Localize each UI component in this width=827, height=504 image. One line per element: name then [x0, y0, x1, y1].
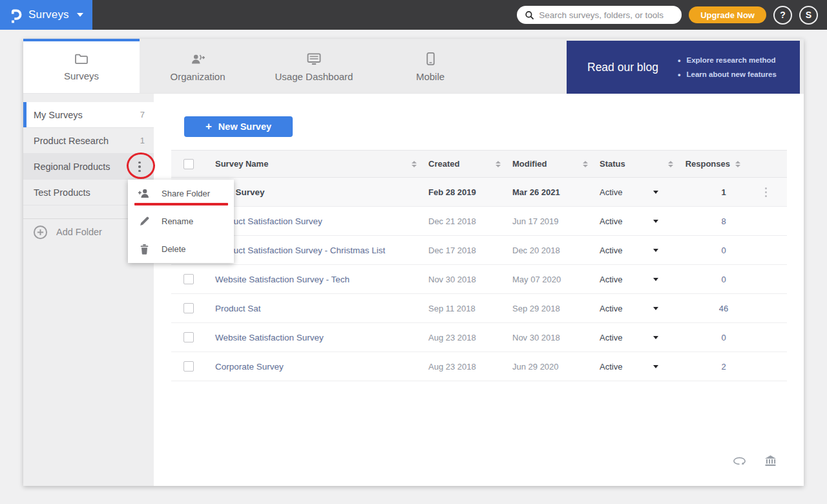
sort-icon[interactable]: [412, 161, 417, 167]
search-icon: [525, 10, 534, 20]
sort-icon[interactable]: [583, 161, 588, 167]
status-dropdown-icon[interactable]: [653, 278, 658, 281]
sidebar-item-product-research[interactable]: Product Research 1: [23, 128, 154, 154]
folder-icon: [74, 53, 89, 65]
modified-date: Jun 29 2020: [507, 362, 594, 372]
responses-count[interactable]: 1: [680, 187, 744, 197]
folder-label: Product Research: [34, 136, 109, 146]
created-date: Nov 30 2018: [423, 275, 507, 284]
folder-context-menu: Share Folder Rename Delete: [128, 180, 234, 263]
survey-name-link[interactable]: Website Satisfaction Survey: [215, 333, 324, 342]
help-button[interactable]: ?: [773, 6, 792, 25]
status-dropdown-icon[interactable]: [653, 191, 658, 194]
brand-label: Surveys: [28, 8, 69, 21]
tab-organization[interactable]: Organization: [140, 39, 256, 93]
status-dropdown-icon[interactable]: [653, 365, 658, 368]
row-menu-kebab-icon[interactable]: [765, 186, 767, 198]
header-responses[interactable]: Responses: [680, 159, 744, 169]
add-user-icon: [190, 53, 206, 65]
select-all-checkbox[interactable]: [183, 159, 194, 169]
status-dropdown-icon[interactable]: [653, 249, 658, 252]
modified-date: Sep 29 2018: [507, 304, 594, 313]
responses-count[interactable]: 8: [680, 216, 744, 226]
created-date: Sep 11 2018: [423, 304, 507, 313]
status-dropdown-icon[interactable]: [653, 307, 658, 310]
table-row: Website Satisfaction Survey - Tech Nov 3…: [171, 265, 787, 294]
red-underline-annotation: [134, 203, 228, 205]
responses-count[interactable]: 2: [680, 362, 744, 372]
sort-icon[interactable]: [668, 161, 673, 167]
status-value: Active: [600, 333, 622, 342]
table-body: New Survey Feb 28 2019 Mar 26 2021 Activ…: [171, 178, 787, 381]
row-checkbox[interactable]: [183, 274, 194, 284]
sort-icon[interactable]: [735, 161, 740, 167]
sidebar-item-my-surveys[interactable]: My Surveys 7: [23, 102, 154, 128]
folder-menu-kebab-icon[interactable]: [132, 159, 147, 174]
modified-date: Mar 26 2021: [507, 187, 594, 197]
tab-usage-dashboard[interactable]: Usage Dashboard: [256, 39, 372, 93]
header-survey-name[interactable]: Survey Name: [202, 159, 423, 169]
status-dropdown-icon[interactable]: [653, 220, 658, 223]
responses-count[interactable]: 0: [680, 333, 744, 342]
plus-icon: +: [205, 120, 212, 133]
created-date: Feb 28 2019: [423, 187, 507, 197]
mobile-icon: [426, 52, 435, 65]
survey-name-link[interactable]: Corporate Survey: [215, 362, 284, 372]
modified-date: May 07 2020: [507, 275, 594, 284]
menu-item-label: Rename: [162, 216, 193, 226]
search-input[interactable]: [539, 10, 674, 20]
modified-date: Nov 30 2018: [507, 333, 594, 342]
folder-label: My Surveys: [34, 110, 83, 120]
menu-item-label: Delete: [162, 244, 186, 254]
surveys-table: Survey Name Created Modified Status: [171, 150, 787, 381]
upgrade-now-button[interactable]: Upgrade Now: [689, 6, 766, 23]
folder-count: 1: [140, 136, 145, 145]
survey-list-panel: + New Survey Survey Name Created Modifie: [154, 94, 804, 486]
pencil-icon: [138, 216, 151, 227]
table-header-row: Survey Name Created Modified Status: [171, 150, 787, 178]
folder-count: 7: [140, 110, 145, 120]
created-date: Aug 23 2018: [423, 362, 507, 372]
app-switcher[interactable]: Surveys: [0, 0, 92, 30]
created-date: Aug 23 2018: [423, 333, 507, 342]
table-row: Product Satisfaction Survey - Christmas …: [171, 236, 787, 265]
status-value: Active: [600, 187, 622, 197]
trash-icon: [138, 244, 151, 255]
menu-item-rename[interactable]: Rename: [128, 207, 234, 235]
blog-banner[interactable]: Read our blog Explore research method Le…: [567, 41, 800, 94]
responses-count[interactable]: 0: [680, 246, 744, 255]
tab-surveys[interactable]: Surveys: [23, 39, 140, 93]
folder-label: Test Products: [34, 187, 90, 198]
status-value: Active: [600, 216, 622, 226]
sidebar-item-regional-products[interactable]: Regional Products: [23, 154, 154, 180]
search-box[interactable]: [517, 6, 682, 24]
archive-icon[interactable]: [764, 455, 777, 467]
topbar: Surveys Upgrade Now ? S: [0, 0, 827, 30]
blog-banner-bullets: Explore research method Learn about new …: [678, 56, 777, 79]
responses-count[interactable]: 46: [680, 304, 744, 313]
brand-logo-icon: [8, 6, 23, 24]
responses-count[interactable]: 0: [680, 275, 744, 284]
header-modified[interactable]: Modified: [507, 159, 594, 169]
menu-item-delete[interactable]: Delete: [128, 235, 234, 263]
row-checkbox[interactable]: [183, 332, 194, 342]
topbar-actions: Upgrade Now ? S: [517, 0, 818, 30]
row-checkbox[interactable]: [183, 361, 194, 372]
dashboard-icon: [307, 53, 321, 65]
row-checkbox[interactable]: [183, 303, 194, 313]
header-status[interactable]: Status: [594, 159, 680, 169]
survey-name-link[interactable]: Website Satisfaction Survey - Tech: [215, 275, 350, 284]
account-avatar[interactable]: S: [799, 6, 818, 25]
refresh-icon[interactable]: [733, 456, 746, 466]
sort-icon[interactable]: [496, 161, 501, 167]
survey-name-link[interactable]: Product Sat: [215, 304, 261, 313]
status-dropdown-icon[interactable]: [653, 336, 658, 339]
tab-mobile[interactable]: Mobile: [372, 39, 488, 93]
table-row: Website Satisfaction Survey Aug 23 2018 …: [171, 323, 787, 352]
new-survey-button[interactable]: + New Survey: [184, 116, 293, 137]
survey-name-link[interactable]: Product Satisfaction Survey - Christmas …: [215, 246, 385, 255]
menu-item-share-folder[interactable]: Share Folder: [128, 180, 234, 207]
header-created[interactable]: Created: [423, 159, 507, 169]
tab-label: Mobile: [416, 71, 445, 82]
add-folder-label: Add Folder: [56, 227, 102, 237]
